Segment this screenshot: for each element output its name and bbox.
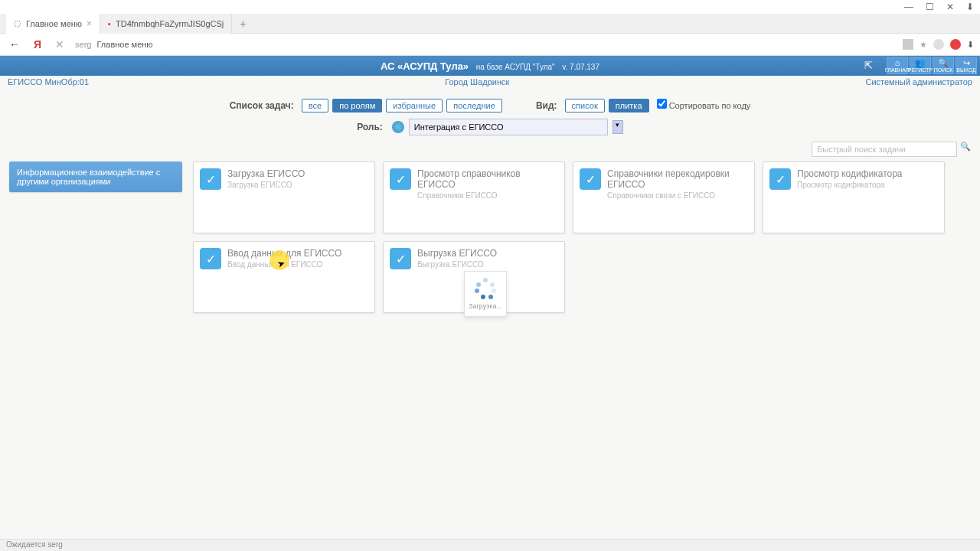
tile-view-codifier[interactable]: ✓ Просмотр кодификатораПросмотр кодифика…: [763, 161, 945, 233]
close-button[interactable]: ✕: [946, 2, 954, 12]
check-icon: ✓: [390, 168, 411, 190]
globe-icon: [392, 121, 404, 133]
tab-title: TD4fnmbqhFaZyrmJIS0gCSj: [116, 19, 224, 28]
minimize-button[interactable]: —: [904, 2, 913, 12]
browser-tab-2[interactable]: ▪ TD4fnmbqhFaZyrmJIS0gCSj: [100, 14, 232, 34]
role-dropdown-button[interactable]: ▾: [612, 120, 623, 134]
browser-chrome: — ☐ ✕ ⬇ ◌ Главное меню × ▪ TD4fnmbqhFaZy…: [0, 0, 980, 56]
filter-all[interactable]: все: [302, 99, 328, 112]
check-icon: ✓: [200, 248, 221, 269]
sort-checkbox[interactable]: Сортировать по коду: [657, 101, 751, 110]
tile-sub: Справочники связи с ЕГИССО: [607, 191, 748, 200]
app-title-main: АС «АСУПД Тула»: [381, 60, 469, 72]
header-nav: ⌂ГЛАВНАЯ 👥РЕГИСТР 🔍ПОИСК ↪ВЫХОД: [887, 57, 977, 74]
view-label: Вид:: [536, 100, 557, 111]
tile-sub: Загрузка ЕГИССО: [227, 181, 368, 189]
app-title: АС «АСУПД Тула» на базе АСУПД "Тула" v. …: [381, 60, 599, 72]
check-icon: ✓: [769, 168, 791, 190]
filter-favorites[interactable]: избранные: [386, 99, 443, 112]
profile-icon[interactable]: [950, 39, 961, 50]
maximize-button[interactable]: ☐: [926, 2, 934, 12]
check-icon: ✓: [200, 168, 221, 190]
stop-button[interactable]: ✕: [52, 38, 67, 51]
download-button[interactable]: ⬇: [966, 2, 974, 12]
search-placeholder: Быстрый поиск задачи: [817, 145, 952, 154]
check-icon: ✓: [580, 168, 601, 190]
tile-title: Справочники перекодировки ЕГИССО: [607, 168, 748, 190]
popout-icon[interactable]: ⇱: [864, 60, 873, 71]
sidebar-category[interactable]: Информационное взаимодействие с другими …: [9, 161, 182, 192]
tab-close-icon[interactable]: ×: [87, 18, 92, 29]
nav-registry-button[interactable]: 👥РЕГИСТР: [910, 57, 931, 74]
tile-title: Загрузка ЕГИССО: [227, 168, 368, 179]
extension-icon[interactable]: [903, 39, 913, 50]
user-role-label: Системный администратор: [865, 77, 972, 86]
nav-home-button[interactable]: ⌂ГЛАВНАЯ: [887, 57, 908, 74]
tile-title: Просмотр справочников ЕГИССО: [417, 168, 558, 190]
app-version: v. 7.07.137: [562, 63, 599, 71]
city-label: Город Шадринск: [445, 77, 509, 86]
role-select[interactable]: Интеграция с ЕГИССО: [409, 119, 608, 135]
search-row: Быстрый поиск задачи 🔍: [0, 142, 980, 161]
tile-title: Выгрузка ЕГИССО: [417, 248, 558, 259]
new-tab-button[interactable]: +: [232, 18, 253, 30]
loading-text: Загрузка...: [469, 302, 502, 310]
tile-sub: Выгрузка ЕГИССО: [417, 260, 558, 269]
shield-icon[interactable]: [933, 39, 944, 50]
window-controls: — ☐ ✕ ⬇: [0, 0, 980, 14]
task-list-label: Список задач:: [230, 100, 294, 111]
downloads-icon[interactable]: ⬇: [967, 40, 974, 50]
role-value: Интеграция с ЕГИССО: [414, 122, 504, 132]
filter-by-role[interactable]: по ролям: [332, 99, 382, 112]
address-input[interactable]: serg Главное меню: [75, 40, 895, 49]
tile-input-data[interactable]: ✓ Ввод данных для ЕГИССОВвод данных для …: [193, 241, 375, 313]
loading-icon: ◌: [14, 18, 21, 28]
check-icon: ✓: [390, 248, 411, 269]
tile-view-refs[interactable]: ✓ Просмотр справочников ЕГИССОСправочник…: [383, 161, 565, 233]
tile-load-egisso[interactable]: ✓ Загрузка ЕГИССОЗагрузка ЕГИССО: [193, 161, 375, 233]
tile-title: Просмотр кодификатора: [797, 168, 938, 179]
tile-sub: Ввод данных для ЕГИССО: [227, 260, 368, 269]
tab-title: Главное меню: [26, 19, 82, 28]
nav-search-button[interactable]: 🔍ПОИСК: [933, 57, 954, 74]
app-header: АС «АСУПД Тула» на базе АСУПД "Тула" v. …: [0, 56, 980, 76]
filter-recent[interactable]: последние: [446, 99, 502, 112]
org-label: ЕГИССО МинОбр:01: [8, 77, 89, 86]
loading-overlay: Загрузка...: [464, 271, 507, 317]
yandex-button[interactable]: Я: [31, 38, 44, 51]
favorite-icon[interactable]: ★: [920, 40, 927, 50]
pdf-icon: ▪: [108, 19, 111, 28]
address-right-icons: ★ ⬇: [903, 39, 974, 50]
browser-tab-1[interactable]: ◌ Главное меню ×: [6, 14, 100, 34]
task-filter-row: Список задач: все по ролям избранные пос…: [0, 99, 980, 112]
tab-bar: ◌ Главное меню × ▪ TD4fnmbqhFaZyrmJIS0gC…: [0, 14, 980, 34]
tile-title: Ввод данных для ЕГИССО: [227, 248, 368, 259]
app-title-sub: на базе АСУПД "Тула": [476, 63, 555, 71]
view-list[interactable]: список: [565, 99, 605, 112]
filter-area: Список задач: все по ролям избранные пос…: [0, 88, 980, 142]
view-tile[interactable]: плитка: [609, 99, 649, 112]
tile-sub: Просмотр кодификатора: [797, 181, 938, 189]
back-button[interactable]: ←: [6, 38, 23, 51]
spinner-icon: [475, 278, 496, 299]
tile-recoding-refs[interactable]: ✓ Справочники перекодировки ЕГИССОСправо…: [573, 161, 755, 233]
search-icon[interactable]: 🔍: [960, 142, 971, 157]
tile-grid: ✓ Загрузка ЕГИССОЗагрузка ЕГИССО ✓ Просм…: [193, 161, 966, 313]
nav-exit-button[interactable]: ↪ВЫХОД: [956, 57, 977, 74]
tile-sub: Справочники ЕГИССО: [417, 191, 558, 200]
address-bar: ← Я ✕ serg Главное меню ★ ⬇: [0, 34, 980, 55]
sub-header: ЕГИССО МинОбр:01 Город Шадринск Системны…: [0, 76, 980, 88]
status-bar: Ожидается serg: [0, 539, 980, 551]
role-row: Роль: Интеграция с ЕГИССО ▾: [0, 119, 980, 135]
search-input[interactable]: Быстрый поиск задачи: [812, 142, 957, 157]
role-label: Роль:: [357, 122, 383, 132]
